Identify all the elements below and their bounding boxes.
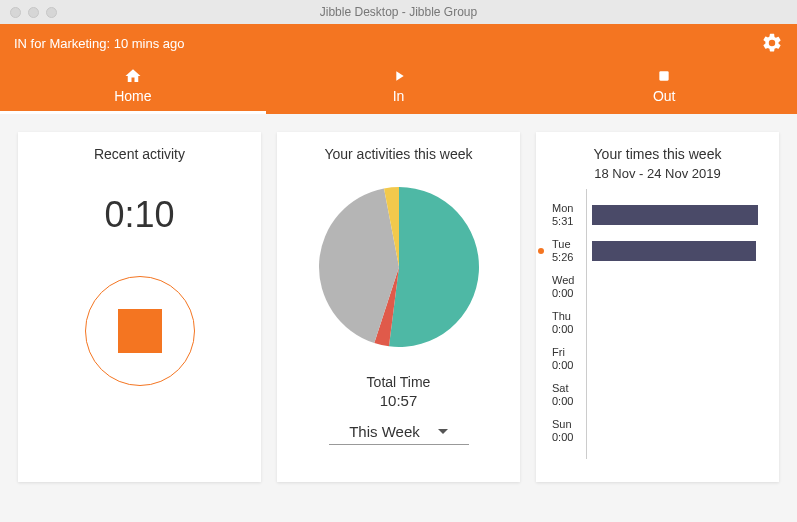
total-time-label: Total Time: [367, 374, 431, 390]
bar-track: [592, 349, 763, 369]
bar-row: Sun0:00: [552, 413, 763, 449]
bar-track: [592, 205, 763, 225]
window-title: Jibble Desktop - Jibble Group: [0, 5, 797, 19]
stop-square-icon: [118, 309, 162, 353]
bar-track: [592, 241, 763, 261]
bar-row: Sat0:00: [552, 377, 763, 413]
bar-row: Mon5:31: [552, 197, 763, 233]
bar-row: Fri0:00: [552, 341, 763, 377]
bar-fill: [592, 241, 756, 261]
bar-fill: [592, 205, 758, 225]
status-text: IN for Marketing: 10 mins ago: [14, 36, 185, 51]
stop-timer-button[interactable]: [85, 276, 195, 386]
period-dropdown[interactable]: This Week: [329, 419, 469, 445]
tab-in-label: In: [266, 88, 532, 104]
live-indicator-dot: [538, 248, 544, 254]
times-subtitle: 18 Nov - 24 Nov 2019: [594, 166, 720, 181]
chevron-down-icon: [438, 429, 448, 434]
activities-card: Your activities this week Total Time 10:…: [277, 132, 520, 482]
bar-label: Sun0:00: [552, 418, 592, 443]
tab-in[interactable]: In: [266, 60, 532, 114]
main-content: Recent activity 0:10 Your activities thi…: [0, 114, 797, 500]
activities-pie-chart: [314, 182, 484, 356]
tab-home[interactable]: Home: [0, 60, 266, 114]
tab-out[interactable]: Out: [531, 60, 797, 114]
gear-icon: [761, 32, 783, 54]
bar-label: Fri0:00: [552, 346, 592, 371]
times-bar-chart: Mon5:31Tue5:26Wed0:00Thu0:00Fri0:00Sat0:…: [546, 189, 769, 449]
recent-activity-card: Recent activity 0:10: [18, 132, 261, 482]
nav-tabs: Home In Out: [0, 60, 797, 114]
bar-label: Thu0:00: [552, 310, 592, 335]
bar-track: [592, 421, 763, 441]
bar-row: Thu0:00: [552, 305, 763, 341]
home-icon: [0, 66, 266, 86]
bar-track: [592, 277, 763, 297]
svg-rect-0: [660, 71, 669, 80]
recent-activity-title: Recent activity: [94, 146, 185, 162]
tab-out-label: Out: [531, 88, 797, 104]
app-header: IN for Marketing: 10 mins ago Home In Ou…: [0, 24, 797, 114]
times-title: Your times this week: [594, 146, 722, 162]
bar-track: [592, 385, 763, 405]
pie-slice: [388, 187, 478, 347]
total-time-value: 10:57: [380, 392, 418, 409]
stop-icon: [531, 66, 797, 86]
bar-label: Sat0:00: [552, 382, 592, 407]
bar-label: Mon5:31: [552, 202, 592, 227]
bar-row: Wed0:00: [552, 269, 763, 305]
times-card: Your times this week 18 Nov - 24 Nov 201…: [536, 132, 779, 482]
tab-home-label: Home: [0, 88, 266, 104]
settings-button[interactable]: [761, 32, 783, 54]
window-titlebar: Jibble Desktop - Jibble Group: [0, 0, 797, 24]
period-dropdown-label: This Week: [349, 423, 420, 440]
bar-track: [592, 313, 763, 333]
play-icon: [266, 66, 532, 86]
activities-title: Your activities this week: [324, 146, 472, 162]
bar-row: Tue5:26: [552, 233, 763, 269]
bar-label: Tue5:26: [552, 238, 592, 263]
bar-label: Wed0:00: [552, 274, 592, 299]
timer-value: 0:10: [104, 194, 174, 236]
